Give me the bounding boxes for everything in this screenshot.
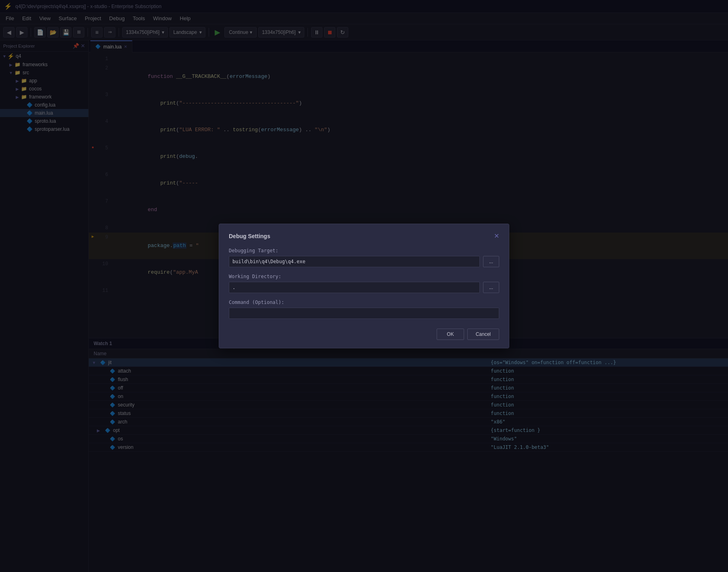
command-label: Command (Optional): [229,300,499,305]
debugging-target-field: Debugging Target: ... [229,248,499,267]
debugging-target-input[interactable] [229,256,480,267]
modal-footer: OK Cancel [229,329,499,340]
working-directory-browse-button[interactable]: ... [483,282,499,293]
debugging-target-label: Debugging Target: [229,248,499,254]
debug-settings-modal: Debug Settings ✕ Debugging Target: ... W… [219,224,509,348]
cancel-button[interactable]: Cancel [467,329,499,340]
command-input[interactable] [229,308,499,319]
modal-close-button[interactable]: ✕ [494,232,499,240]
command-field: Command (Optional): [229,300,499,319]
modal-header: Debug Settings ✕ [229,232,499,240]
working-directory-label: Working Directory: [229,274,499,279]
working-directory-field: Working Directory: ... [229,274,499,293]
modal-title: Debug Settings [229,233,270,239]
modal-overlay: Debug Settings ✕ Debugging Target: ... W… [0,0,728,572]
working-directory-input[interactable] [229,282,480,293]
ok-button[interactable]: OK [437,329,464,340]
debugging-target-browse-button[interactable]: ... [483,256,499,267]
